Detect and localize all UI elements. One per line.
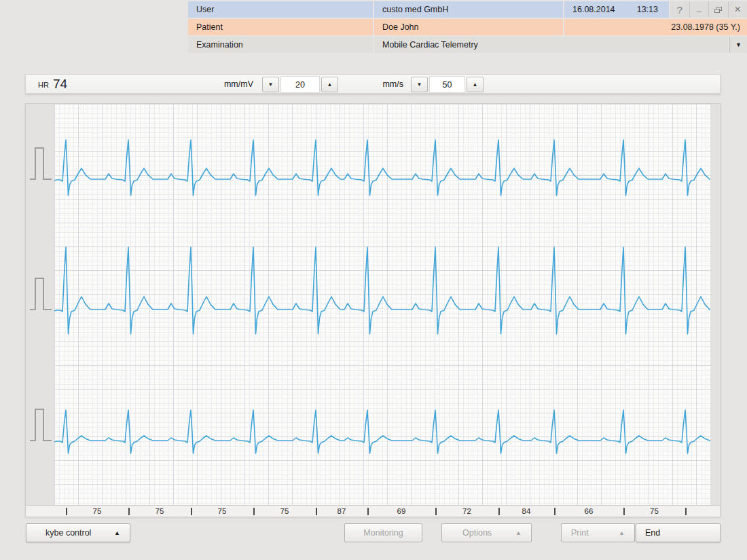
speed-label: mm/s xyxy=(375,79,403,89)
minimize-icon: _ xyxy=(697,3,702,12)
rr-tick xyxy=(685,508,687,515)
triangle-up-icon: ▲ xyxy=(515,529,522,536)
examination-value: Mobile Cardiac Telemetry xyxy=(374,37,728,53)
rr-value: 84 xyxy=(522,507,531,515)
gain-decrease-button[interactable]: ▼ xyxy=(262,77,279,92)
triangle-up-icon: ▲ xyxy=(327,81,333,88)
rr-value: 75 xyxy=(93,507,102,515)
monitoring-label: Monitoring xyxy=(363,528,403,538)
speed-value-field[interactable] xyxy=(429,76,465,93)
speed-decrease-button[interactable]: ▼ xyxy=(411,77,428,92)
user-value: custo med GmbH xyxy=(374,1,563,18)
end-button[interactable]: End xyxy=(636,523,721,542)
gain-value-field[interactable] xyxy=(280,76,320,93)
rr-tick xyxy=(367,508,369,515)
rr-tick xyxy=(191,508,192,515)
ecg-trace-channel-3 xyxy=(54,410,712,453)
end-label: End xyxy=(645,528,660,538)
triangle-down-icon: ▼ xyxy=(417,81,422,88)
hr-label: HR xyxy=(38,81,49,89)
rr-tick xyxy=(128,508,130,515)
restore-icon xyxy=(714,7,722,13)
help-button[interactable]: ? xyxy=(670,1,689,18)
window-controls: ? _ × xyxy=(670,1,747,18)
rr-value: 72 xyxy=(462,507,471,515)
session-datetime: 16.08.2014 13:13 xyxy=(564,1,669,18)
ecg-panel: 75757575876972846675 xyxy=(25,103,721,517)
triangle-up-icon: ▲ xyxy=(619,529,625,536)
rr-value: 75 xyxy=(280,507,289,515)
options-label: Options xyxy=(462,528,492,538)
options-button[interactable]: Options ▲ xyxy=(441,523,532,542)
patient-label: Patient xyxy=(188,19,373,35)
rr-interval-strip: 75757575876972846675 xyxy=(26,505,720,517)
titlebar-row-patient: Patient Doe John 23.08.1978 (35 Y.) xyxy=(188,19,747,35)
calibration-pulse-channel-3 xyxy=(30,409,52,441)
ecg-grid[interactable] xyxy=(54,104,712,505)
patient-name: Doe John xyxy=(374,19,563,35)
calibration-pulses-svg xyxy=(26,104,54,505)
close-icon: × xyxy=(734,3,741,16)
examination-label: Examination xyxy=(188,37,373,53)
triangle-up-icon: ▲ xyxy=(114,529,120,536)
rr-value: 75 xyxy=(218,507,227,515)
ecg-toolbar: HR 74 mm/mV ▼ ▲ mm/s ▼ ▲ xyxy=(25,74,721,94)
rr-tick xyxy=(66,508,67,515)
restore-button[interactable] xyxy=(708,1,728,18)
rr-tick xyxy=(498,508,500,515)
ecg-trace-channel-1 xyxy=(54,140,712,195)
rr-value: 75 xyxy=(156,507,164,515)
patient-birthdate: 23.08.1978 (35 Y.) xyxy=(564,19,747,35)
chevron-down-icon: ▼ xyxy=(735,41,742,48)
monitoring-button[interactable]: Monitoring xyxy=(344,523,422,542)
examination-dropdown-button[interactable]: ▼ xyxy=(729,37,747,53)
titlebar-row-user: User custo med GmbH 16.08.2014 13:13 ? _… xyxy=(188,1,747,18)
user-label: User xyxy=(188,1,373,18)
hr-value: 74 xyxy=(53,77,67,92)
session-date: 16.08.2014 xyxy=(572,5,615,14)
gain-label: mm/mV xyxy=(219,79,253,89)
print-label: Print xyxy=(571,528,589,538)
calibration-pulse-channel-1 xyxy=(30,148,52,179)
help-icon: ? xyxy=(677,4,682,16)
minimize-button[interactable]: _ xyxy=(689,1,709,18)
rr-tick xyxy=(554,508,555,515)
triangle-up-icon: ▲ xyxy=(473,81,478,88)
kybe-control-button[interactable]: kybe control ▲ xyxy=(26,523,130,542)
rr-tick xyxy=(253,508,255,515)
app-root: User custo med GmbH 16.08.2014 13:13 ? _… xyxy=(0,0,747,560)
ecg-right-margin xyxy=(710,104,720,505)
rr-value: 75 xyxy=(650,507,659,515)
speed-increase-button[interactable]: ▲ xyxy=(467,77,484,92)
rr-value: 69 xyxy=(397,507,406,515)
rr-tick xyxy=(623,508,625,515)
calibration-margin xyxy=(26,104,54,505)
session-time: 13:13 xyxy=(637,5,658,14)
titlebar-row-examination: Examination Mobile Cardiac Telemetry ▼ xyxy=(188,37,747,53)
print-button[interactable]: Print ▲ xyxy=(561,523,635,542)
rr-value: 87 xyxy=(338,507,346,515)
gain-increase-button[interactable]: ▲ xyxy=(321,77,338,92)
ecg-traces-svg xyxy=(54,104,712,505)
rr-tick xyxy=(316,508,317,515)
kybe-control-label: kybe control xyxy=(45,528,91,538)
triangle-down-icon: ▼ xyxy=(268,81,274,88)
calibration-pulse-channel-2 xyxy=(30,278,52,310)
close-button[interactable]: × xyxy=(728,1,747,18)
rr-tick xyxy=(435,508,437,515)
rr-value: 66 xyxy=(585,507,594,515)
ecg-trace-channel-2 xyxy=(54,247,712,334)
